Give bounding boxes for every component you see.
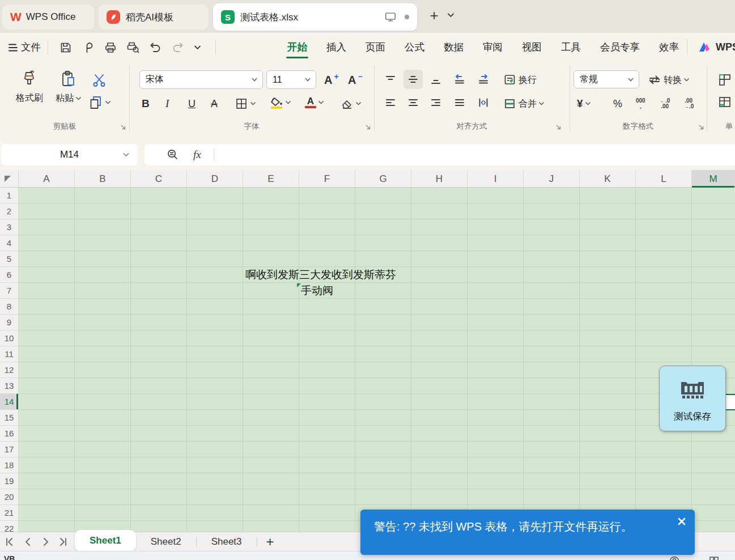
underline-button[interactable]: U bbox=[188, 94, 196, 113]
column-header-D[interactable]: D bbox=[187, 170, 243, 188]
percent-format-button[interactable]: % bbox=[613, 94, 622, 113]
row-header-18[interactable]: 18 bbox=[0, 457, 19, 473]
number-group-expand-icon[interactable] bbox=[698, 124, 704, 130]
row-header-14[interactable]: 14 bbox=[0, 394, 19, 410]
row-header-21[interactable]: 21 bbox=[0, 505, 19, 521]
column-header-M[interactable]: M bbox=[692, 170, 735, 188]
number-format-select[interactable]: 常规 bbox=[573, 70, 639, 88]
column-header-C[interactable]: C bbox=[131, 170, 187, 188]
menu-tab-公式[interactable]: 公式 bbox=[403, 33, 426, 61]
merge-cells-button[interactable]: 合并 bbox=[503, 94, 545, 113]
name-box[interactable]: M14 bbox=[1, 144, 138, 166]
row-header-6[interactable]: 6 bbox=[0, 267, 19, 283]
row-header-5[interactable]: 5 bbox=[0, 251, 19, 267]
borders-button[interactable] bbox=[235, 94, 256, 113]
status-grid-view-icon-partial[interactable] bbox=[708, 555, 720, 560]
row-header-15[interactable]: 15 bbox=[0, 410, 19, 426]
increase-font-size-button[interactable]: A+ bbox=[324, 70, 339, 90]
cell-insert-icon-partial[interactable] bbox=[717, 73, 732, 87]
column-header-I[interactable]: I bbox=[468, 170, 524, 188]
bold-button[interactable]: B bbox=[142, 94, 150, 113]
row-header-20[interactable]: 20 bbox=[0, 489, 19, 505]
format-painter-button[interactable]: 格式刷 bbox=[11, 69, 48, 104]
monitor-icon[interactable] bbox=[384, 11, 397, 23]
redo-icon-disabled[interactable] bbox=[171, 41, 185, 54]
row-header-3[interactable]: 3 bbox=[0, 219, 19, 235]
menu-tab-审阅[interactable]: 审阅 bbox=[482, 33, 504, 61]
column-header-K[interactable]: K bbox=[580, 170, 636, 188]
add-sheet-button[interactable]: + bbox=[257, 533, 283, 551]
quick-toolbar-chevron-icon[interactable] bbox=[194, 45, 201, 50]
cut-icon[interactable] bbox=[91, 73, 108, 88]
paste-button[interactable]: 粘贴 bbox=[52, 69, 85, 104]
hamburger-menu-icon[interactable] bbox=[7, 41, 19, 54]
increase-decimal-button[interactable]: .00→.0 bbox=[683, 94, 694, 113]
row-header-12[interactable]: 12 bbox=[0, 362, 19, 378]
column-header-B[interactable]: B bbox=[75, 170, 131, 188]
align-top-button[interactable] bbox=[384, 74, 397, 86]
menu-tab-插入[interactable]: 插入 bbox=[325, 33, 347, 61]
row-header-1[interactable]: 1 bbox=[0, 188, 19, 203]
column-header-H[interactable]: H bbox=[411, 170, 468, 188]
last-sheet-button[interactable] bbox=[58, 537, 68, 547]
increase-indent-button[interactable] bbox=[477, 73, 490, 85]
first-sheet-button[interactable] bbox=[5, 537, 15, 547]
cell-text-f7[interactable]: 手动阀 bbox=[301, 283, 333, 299]
cell-text-e6[interactable]: 啊收到发斯三大发收到发斯蒂芬 bbox=[245, 267, 396, 283]
thousands-separator-button[interactable]: 000， bbox=[636, 94, 645, 113]
italic-button[interactable]: I bbox=[165, 94, 169, 113]
sheet-tab-Sheet2[interactable]: Sheet2 bbox=[136, 532, 196, 551]
save-icon[interactable] bbox=[59, 41, 73, 54]
column-header-A[interactable]: A bbox=[19, 170, 75, 188]
currency-format-button[interactable]: ¥ bbox=[577, 94, 591, 113]
row-header-16[interactable]: 16 bbox=[0, 426, 19, 442]
wrap-text-button[interactable]: 换行 bbox=[503, 70, 537, 90]
app-tab-docer-templates[interactable]: 稻壳AI模板 bbox=[99, 5, 209, 29]
copy-button[interactable] bbox=[88, 93, 111, 112]
print-icon[interactable] bbox=[104, 41, 117, 54]
justify-button[interactable] bbox=[453, 96, 466, 109]
column-header-J[interactable]: J bbox=[524, 170, 580, 188]
decrease-indent-button[interactable] bbox=[453, 73, 466, 85]
select-all-corner[interactable] bbox=[0, 170, 19, 188]
print-preview-icon[interactable] bbox=[126, 41, 141, 54]
formula-bar[interactable]: fx bbox=[145, 144, 735, 166]
menu-tab-工具[interactable]: 工具 bbox=[560, 33, 582, 61]
menu-tab-视图[interactable]: 视图 bbox=[521, 33, 543, 61]
row-header-22[interactable]: 22 bbox=[0, 521, 19, 532]
row-header-8[interactable]: 8 bbox=[0, 299, 19, 315]
cells-area[interactable] bbox=[19, 188, 735, 532]
align-bottom-button[interactable] bbox=[430, 74, 442, 86]
column-header-E[interactable]: E bbox=[243, 170, 299, 188]
column-header-L[interactable]: L bbox=[636, 170, 692, 188]
menu-tab-数据[interactable]: 数据 bbox=[443, 33, 465, 61]
strikethrough-button[interactable]: A bbox=[211, 94, 218, 113]
row-header-2[interactable]: 2 bbox=[0, 203, 19, 219]
font-size-select[interactable]: 11 bbox=[266, 70, 316, 89]
menu-tab-页面[interactable]: 页面 bbox=[364, 33, 386, 61]
align-right-button[interactable] bbox=[430, 96, 442, 109]
align-center-button[interactable] bbox=[407, 96, 419, 109]
app-tab-wps-office[interactable]: W WPS Office bbox=[2, 5, 94, 29]
menu-tab-效率[interactable]: 效率 bbox=[658, 33, 680, 61]
row-header-7[interactable]: 7 bbox=[0, 283, 19, 299]
row-header-19[interactable]: 19 bbox=[0, 473, 19, 489]
export-pdf-icon[interactable] bbox=[82, 41, 95, 54]
font-group-expand-icon[interactable] bbox=[365, 124, 371, 130]
row-header-11[interactable]: 11 bbox=[0, 346, 19, 362]
row-header-10[interactable]: 10 bbox=[0, 330, 19, 346]
column-header-F[interactable]: F bbox=[299, 170, 355, 188]
row-header-9[interactable]: 9 bbox=[0, 315, 19, 330]
text-orientation-button[interactable] bbox=[477, 96, 490, 109]
insert-function-button[interactable]: fx bbox=[193, 149, 201, 161]
fill-color-button[interactable] bbox=[270, 93, 291, 112]
sheet-tab-Sheet1[interactable]: Sheet1 bbox=[75, 530, 136, 551]
font-color-button[interactable]: A bbox=[305, 93, 324, 112]
menu-tab-开始[interactable]: 开始 bbox=[286, 33, 308, 61]
menu-tab-会员专享[interactable]: 会员专享 bbox=[599, 33, 641, 61]
file-menu-button[interactable]: 文件 bbox=[21, 40, 41, 54]
decrease-decimal-button[interactable]: ←.0.00 bbox=[660, 94, 670, 113]
align-left-button[interactable] bbox=[384, 96, 397, 109]
clipboard-group-expand-icon[interactable] bbox=[120, 124, 126, 130]
align-middle-button-selected[interactable] bbox=[403, 70, 423, 89]
